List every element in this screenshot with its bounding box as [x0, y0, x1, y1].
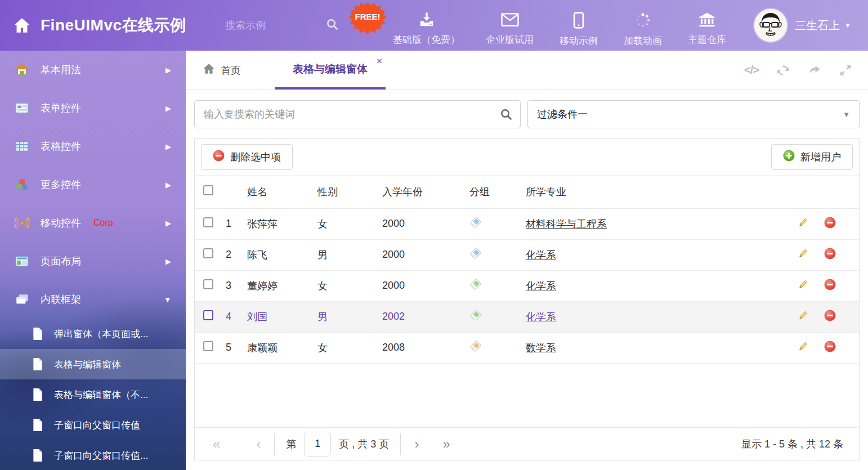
major-link[interactable]: 化学系 [526, 249, 556, 261]
tag-icon [469, 247, 482, 259]
sidebar-item-grid-controls[interactable]: 表格控件 ▶ [0, 127, 186, 165]
first-page-icon[interactable]: « [211, 437, 222, 451]
cell-gender: 男 [317, 301, 382, 332]
major-link[interactable]: 数学系 [526, 342, 556, 353]
delete-icon[interactable] [824, 310, 836, 321]
brand[interactable]: FineUIMvc在线示例 [0, 15, 225, 36]
nav-item-basic-free[interactable]: FREE! 基础版（免费） [393, 4, 460, 46]
column-header-delete [824, 176, 859, 208]
delete-icon[interactable] [824, 217, 836, 229]
sidebar-item-label: 移动控件 [41, 216, 81, 230]
delete-icon[interactable] [824, 248, 836, 259]
sidebar-subitem-child-to-parent-2[interactable]: 子窗口向父窗口传值... [0, 440, 186, 470]
view-source-icon[interactable]: </> [744, 64, 759, 77]
search-icon[interactable] [499, 108, 513, 123]
table-row[interactable]: 4刘国男2002化学系 [195, 301, 859, 332]
tab-home[interactable]: 首页 [186, 51, 258, 89]
row-checkbox[interactable] [203, 279, 213, 289]
nav-item-theme-repo[interactable]: 主题仓库 [688, 4, 726, 46]
app-header: FineUIMvc在线示例 FREE! 基础版（免费） [0, 0, 868, 51]
home-icon [12, 16, 32, 35]
tab-grid-edit-window[interactable]: 表格与编辑窗体 × [275, 51, 386, 89]
search-icon[interactable] [325, 17, 339, 33]
edit-icon[interactable] [797, 310, 809, 321]
table-row[interactable]: 3董婷婷女2000化学系 [195, 270, 859, 301]
sidebar: 基本用法 ▶ 表单控件 ▶ 表格控件 ▶ 更多控件 ▶ [0, 51, 186, 470]
row-number: 3 [226, 270, 247, 301]
major-link[interactable]: 化学系 [526, 311, 556, 323]
sidebar-item-basic-usage[interactable]: 基本用法 ▶ [0, 51, 186, 89]
edit-icon[interactable] [797, 279, 809, 290]
sidebar-subitem-grid-edit-window[interactable]: 表格与编辑窗体 [0, 349, 186, 379]
cell-gender: 女 [317, 332, 382, 363]
users-table: 姓名 性别 入学年份 分组 所学专业 1张萍萍女2000材料科学与工程系2陈飞男… [195, 176, 859, 364]
sidebar-item-page-layout[interactable]: 页面布局 ▶ [0, 242, 186, 280]
nav-item-loading-animation[interactable]: 加载动画 [624, 4, 662, 47]
divider [274, 433, 275, 455]
select-all-checkbox[interactable] [203, 185, 213, 195]
close-icon[interactable]: × [377, 56, 382, 66]
table-row[interactable]: 1张萍萍女2000材料科学与工程系 [195, 208, 859, 239]
cell-name: 董婷婷 [247, 270, 317, 301]
delete-icon[interactable] [824, 279, 836, 290]
filter-dropdown-value: 过滤条件一 [537, 108, 588, 121]
edit-icon[interactable] [797, 217, 809, 229]
sidebar-item-label: 基本用法 [41, 63, 81, 77]
row-checkbox[interactable] [203, 341, 213, 351]
refresh-icon[interactable] [776, 63, 790, 78]
header-search-input[interactable] [225, 20, 310, 32]
chevron-down-icon: ▼ [844, 21, 851, 29]
delete-selected-button[interactable]: 删除选中项 [201, 144, 293, 170]
sidebar-item-form-controls[interactable]: 表单控件 ▶ [0, 89, 186, 127]
cell-year: 2000 [382, 208, 469, 239]
row-checkbox[interactable] [203, 217, 213, 227]
sidebar-subitem-grid-edit-window-2[interactable]: 表格与编辑窗体（不... [0, 379, 186, 410]
page-prefix: 第 [286, 437, 296, 451]
chevron-right-icon: ▶ [165, 142, 171, 151]
column-header-name: 姓名 [247, 176, 317, 208]
delete-icon[interactable] [824, 341, 836, 352]
edit-icon[interactable] [797, 341, 809, 352]
next-page-icon[interactable]: › [412, 437, 421, 451]
major-link[interactable]: 材料科学与工程系 [526, 218, 607, 230]
prev-page-icon[interactable]: ‹ [254, 437, 263, 451]
remove-circle-icon [213, 150, 225, 164]
table-row[interactable]: 2陈飞男2000化学系 [195, 239, 859, 270]
nav-item-mobile-demo[interactable]: 移动示例 [560, 4, 598, 47]
sidebar-subitem-label: 子窗口向父窗口传值... [54, 449, 148, 462]
page-number-input[interactable] [304, 432, 331, 456]
divider [400, 433, 401, 455]
sidebar-subitem-popup-window[interactable]: 弹出窗体（本页面或... [0, 319, 186, 349]
keyword-search [194, 100, 521, 128]
tag-icon [469, 309, 482, 321]
tab-bar: 首页 表格与编辑窗体 × </> [186, 51, 868, 90]
row-checkbox[interactable] [203, 248, 213, 258]
envelope-icon [501, 12, 519, 30]
tab-label: 首页 [221, 64, 241, 77]
button-label: 新增用户 [800, 150, 841, 164]
nav-item-enterprise-trial[interactable]: 企业版试用 [486, 4, 534, 46]
expand-icon[interactable] [839, 64, 852, 77]
keyword-search-input[interactable] [194, 100, 521, 128]
house-icon [15, 62, 29, 77]
sidebar-subitem-child-to-parent[interactable]: 子窗口向父窗口传值 [0, 410, 186, 440]
home-icon [203, 62, 215, 78]
sidebar-item-more-controls[interactable]: 更多控件 ▶ [0, 165, 186, 204]
cell-name: 张萍萍 [247, 208, 317, 239]
sidebar-item-label: 页面布局 [41, 254, 81, 268]
table-row[interactable]: 5康颖颖女2008数学系 [195, 332, 859, 363]
last-page-icon[interactable]: » [440, 437, 452, 451]
share-icon[interactable] [807, 63, 822, 78]
chevron-down-icon: ▼ [164, 296, 171, 304]
sidebar-item-mobile-controls[interactable]: 移动控件 Corp. ▶ [0, 204, 186, 242]
row-checkbox[interactable] [203, 310, 213, 320]
user-menu[interactable]: 三生石上 ▼ [754, 9, 868, 42]
column-header-num [226, 176, 247, 208]
add-user-button[interactable]: 新增用户 [771, 144, 853, 170]
chevron-right-icon: ▶ [165, 66, 171, 74]
sidebar-item-inline-frame[interactable]: 内联框架 ▼ [0, 280, 186, 319]
filter-dropdown[interactable]: 过滤条件一 ▼ [527, 100, 860, 128]
edit-icon[interactable] [797, 248, 809, 259]
major-link[interactable]: 化学系 [526, 280, 556, 292]
row-number: 2 [226, 239, 247, 270]
